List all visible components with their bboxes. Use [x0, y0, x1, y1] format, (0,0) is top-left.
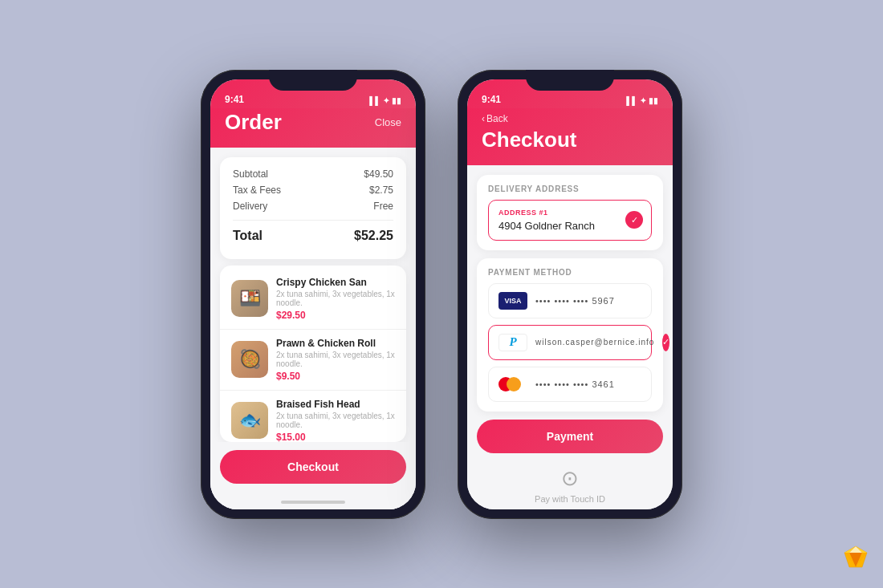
subtotal-value: $49.50 — [364, 168, 393, 180]
back-button[interactable]: ‹ Back — [482, 113, 658, 124]
status-time-1: 9:41 — [225, 94, 244, 105]
total-row: Total $52.25 — [233, 220, 393, 243]
subtotal-row: Subtotal $49.50 — [233, 168, 393, 180]
item-name-3: Braised Fish Head — [276, 399, 395, 410]
checkout-header: ‹ Back Checkout — [467, 108, 673, 165]
close-button[interactable]: Close — [375, 116, 401, 128]
delivery-section-label: DELIVERY ADDRESS — [488, 185, 652, 193]
item-price-3: $15.00 — [276, 432, 395, 442]
order-title: Order — [225, 110, 282, 135]
item-image-3: 🐟 — [231, 402, 268, 439]
phone-1-inner: 9:41 ▌▌ ✦ ▮▮ Order Close Subtotal $49.50 — [210, 79, 416, 509]
item-desc-2: 2x tuna sahimi, 3x vegetables, 1x noodle… — [276, 351, 395, 368]
mastercard-icon — [498, 375, 527, 393]
item-emoji-1: 🍱 — [231, 280, 268, 317]
tax-value: $2.75 — [369, 185, 393, 196]
visa-icon: VISA — [498, 292, 527, 310]
paypal-icon: P — [498, 334, 527, 351]
address-check-icon: ✓ — [625, 211, 643, 229]
address-label: ADDRESS #1 — [498, 209, 641, 217]
subtotal-label: Subtotal — [233, 168, 268, 180]
item-name-1: Crispy Chicken San — [276, 277, 395, 288]
item-info-1: Crispy Chicken San 2x tuna sahimi, 3x ve… — [276, 277, 395, 321]
mastercard-dots: •••• •••• •••• 3461 — [535, 379, 641, 389]
checkout-button[interactable]: Checkout — [220, 450, 406, 484]
home-bar-1 — [281, 501, 345, 504]
item-desc-3: 2x tuna sahimi, 3x vegetables, 1x noodle… — [276, 412, 395, 429]
checkout-btn-wrap: Checkout — [210, 442, 416, 495]
touch-id-icon[interactable]: ⊙ — [561, 466, 579, 491]
tax-row: Tax & Fees $2.75 — [233, 185, 393, 196]
home-indicator-1 — [210, 495, 416, 509]
notch-2 — [526, 70, 614, 91]
payment-button[interactable]: Payment — [477, 420, 663, 453]
item-price-1: $29.50 — [276, 310, 395, 321]
item-desc-1: 2x tuna sahimi, 3x vegetables, 1x noodle… — [276, 290, 395, 307]
item-info-2: Prawn & Chicken Roll 2x tuna sahimi, 3x … — [276, 338, 395, 382]
payment-section-label: PAYMENT METHOD — [488, 268, 652, 277]
visa-dots: •••• •••• •••• 5967 — [535, 296, 641, 306]
order-summary-card: Subtotal $49.50 Tax & Fees $2.75 Deliver… — [220, 157, 406, 259]
phones-container: 9:41 ▌▌ ✦ ▮▮ Order Close Subtotal $49.50 — [201, 70, 682, 519]
paypal-check-icon: ✓ — [662, 334, 669, 351]
delivery-label: Delivery — [233, 201, 267, 212]
tax-label: Tax & Fees — [233, 185, 281, 196]
notch-1 — [269, 70, 357, 91]
status-icons-1: ▌▌ ✦ ▮▮ — [369, 96, 401, 105]
total-label: Total — [233, 229, 262, 243]
sketch-logo-icon — [843, 545, 869, 570]
touch-id-label: Pay with Touch ID — [535, 494, 605, 504]
phone-checkout: 9:41 ▌▌ ✦ ▮▮ ‹ Back Checkout DELIVERY AD… — [458, 70, 682, 519]
checkout-title: Checkout — [482, 128, 658, 152]
order-screen-content: Subtotal $49.50 Tax & Fees $2.75 Deliver… — [210, 148, 416, 509]
phone-2-inner: 9:41 ▌▌ ✦ ▮▮ ‹ Back Checkout DELIVERY AD… — [467, 79, 673, 509]
item-emoji-3: 🐟 — [231, 402, 268, 439]
touch-id-section: ⊙ Pay with Touch ID — [477, 461, 663, 507]
paypal-email: wilson.casper@bernice.info — [535, 338, 654, 347]
payment-btn-wrap: Payment — [477, 420, 663, 453]
status-icons-2: ▌▌ ✦ ▮▮ — [626, 96, 658, 105]
item-emoji-2: 🥘 — [231, 341, 268, 378]
payment-option-paypal[interactable]: P wilson.casper@bernice.info ✓ — [488, 325, 652, 360]
order-items-card: 🍱 Crispy Chicken San 2x tuna sahimi, 3x … — [220, 266, 406, 442]
phone-order: 9:41 ▌▌ ✦ ▮▮ Order Close Subtotal $49.50 — [201, 70, 425, 519]
status-time-2: 9:41 — [482, 94, 501, 105]
item-info-3: Braised Fish Head 2x tuna sahimi, 3x veg… — [276, 399, 395, 442]
order-header-row: Order Close — [225, 110, 401, 135]
item-image-1: 🍱 — [231, 280, 268, 317]
payment-method-card: PAYMENT METHOD VISA •••• •••• •••• 5967 … — [477, 258, 663, 412]
address-box[interactable]: ADDRESS #1 4904 Goldner Ranch ✓ — [488, 200, 652, 241]
list-item: 🍱 Crispy Chicken San 2x tuna sahimi, 3x … — [220, 269, 406, 330]
payment-option-mastercard[interactable]: •••• •••• •••• 3461 — [488, 367, 652, 402]
back-chevron-icon: ‹ — [482, 113, 485, 124]
payment-option-visa[interactable]: VISA •••• •••• •••• 5967 — [488, 283, 652, 318]
item-name-2: Prawn & Chicken Roll — [276, 338, 395, 349]
mc-circle-orange — [507, 377, 521, 391]
delivery-value: Free — [373, 201, 393, 212]
item-price-2: $9.50 — [276, 371, 395, 382]
list-item: 🐟 Braised Fish Head 2x tuna sahimi, 3x v… — [220, 391, 406, 442]
list-item: 🥘 Prawn & Chicken Roll 2x tuna sahimi, 3… — [220, 330, 406, 391]
sketch-badge — [843, 545, 869, 574]
checkout-screen-content: DELIVERY ADDRESS ADDRESS #1 4904 Goldner… — [467, 165, 673, 509]
delivery-row: Delivery Free — [233, 201, 393, 212]
order-header: Order Close — [210, 108, 416, 148]
item-image-2: 🥘 — [231, 341, 268, 378]
back-label: Back — [486, 113, 508, 124]
address-text: 4904 Goldner Ranch — [498, 220, 641, 232]
delivery-address-card: DELIVERY ADDRESS ADDRESS #1 4904 Goldner… — [477, 175, 663, 250]
total-value: $52.25 — [354, 229, 393, 243]
